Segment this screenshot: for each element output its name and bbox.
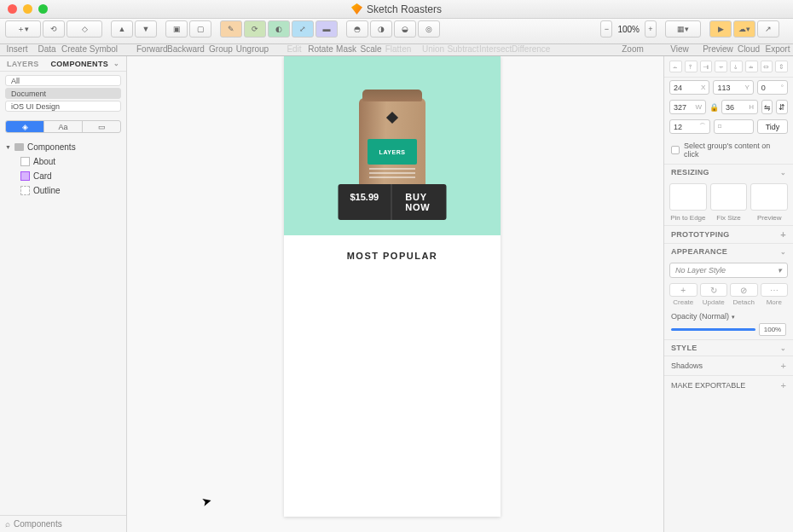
style-update-button[interactable]: ↻ [700, 283, 728, 297]
mask-button[interactable]: ◐ [268, 20, 290, 38]
align-top-icon[interactable]: ⫟ [715, 61, 727, 72]
style-section[interactable]: STYLE⌄ [664, 339, 793, 356]
export-button[interactable]: ↗ [757, 20, 779, 38]
preview-button[interactable]: ▶ [709, 20, 732, 38]
price-label: $15.99 [339, 184, 392, 220]
zoom-in-button[interactable]: + [645, 20, 657, 38]
tree-item-card[interactable]: Card [0, 169, 126, 183]
component-type-segment[interactable]: ◈ Aa ▭ [5, 120, 121, 133]
close-window-icon[interactable] [8, 4, 17, 14]
width-field[interactable]: 327W [669, 100, 706, 114]
align-left-icon[interactable]: ⫠ [669, 61, 682, 72]
section-title: MOST POPULAR [284, 251, 501, 261]
resizing-section[interactable]: RESIZING⌄ [664, 164, 793, 180]
view-button[interactable]: ▦▾ [665, 20, 701, 38]
artboard[interactable]: LAYERS $15.99 BUY NOW MOST POPULAR [284, 56, 501, 517]
style-create-button[interactable]: + [669, 283, 697, 297]
edit-button[interactable]: ✎ [220, 20, 242, 38]
checkbox-icon[interactable] [671, 146, 680, 154]
align-vcenter-icon[interactable]: ⫰ [730, 61, 743, 72]
zoom-window-icon[interactable] [38, 4, 48, 14]
cursor-icon: ➤ [200, 494, 214, 510]
make-exportable-row[interactable]: MAKE EXPORTABLE+ [664, 375, 793, 395]
tree-group-components[interactable]: ▼ Components [0, 140, 126, 154]
align-right-icon[interactable]: ⫣ [700, 61, 713, 72]
subtract-button[interactable]: ◑ [370, 20, 392, 38]
zoom-out-button[interactable]: − [600, 20, 612, 38]
chevron-down-icon[interactable]: ⌄ [113, 60, 119, 67]
tab-components[interactable]: COMPONENTS [50, 60, 108, 68]
flip-v-icon[interactable]: ⇵ [776, 100, 788, 114]
x-field[interactable]: 24X [669, 80, 709, 95]
coffee-bag: LAYERS [359, 98, 425, 194]
align-hcenter-icon[interactable]: ⫯ [685, 61, 697, 72]
buy-bar: $15.99 BUY NOW [339, 184, 447, 220]
fix-size-control[interactable] [710, 183, 748, 211]
style-more-button[interactable]: ⋯ [761, 283, 789, 297]
rotate-button[interactable]: ⟳ [244, 20, 266, 38]
style-detach-button[interactable]: ⊘ [730, 283, 758, 297]
scale-button[interactable]: ⤢ [292, 20, 314, 38]
tree-item-about[interactable]: About [0, 154, 126, 169]
align-bottom-icon[interactable]: ⫨ [745, 61, 758, 72]
tidy-button[interactable]: Tidy [757, 119, 788, 134]
tab-layers[interactable]: LAYERS [7, 60, 38, 68]
flatten-button[interactable]: ▬ [315, 20, 338, 38]
pin-to-edge-control[interactable] [669, 183, 707, 211]
angle-field[interactable]: 0° [757, 80, 788, 95]
toolbar: ＋▾ ⟲ ◇ ▲ ▼ ▣ ▢ ✎ ⟳ ◐ ⤢ ▬ ◓ ◑ ◒ ◎ − 100% … [0, 19, 793, 44]
symbol-icon [20, 171, 30, 181]
data-button[interactable]: ⟲ [43, 20, 65, 38]
outline-icon [20, 186, 30, 195]
window-title: Sketch Roasters [351, 3, 442, 15]
forward-button[interactable]: ▲ [111, 20, 133, 38]
distribute-v-icon[interactable]: ⇕ [775, 61, 788, 72]
opacity-slider[interactable] [671, 328, 755, 331]
backward-button[interactable]: ▼ [135, 20, 157, 38]
create-symbol-button[interactable]: ◇ [67, 20, 102, 38]
search-icon: ⌕ [5, 519, 10, 529]
prototyping-section[interactable]: PROTOTYPING+ [664, 225, 793, 243]
tree-item-outline[interactable]: Outline [0, 183, 126, 198]
radius-field[interactable]: 12⌒ [669, 119, 710, 134]
cloud-button[interactable]: ☁▾ [733, 20, 755, 38]
seg-text-styles[interactable]: Aa [44, 121, 83, 132]
insert-button[interactable]: ＋▾ [5, 20, 41, 38]
intersect-button[interactable]: ◒ [394, 20, 416, 38]
union-button[interactable]: ◓ [346, 20, 368, 38]
difference-button[interactable]: ◎ [418, 20, 440, 38]
folder-icon [14, 143, 24, 151]
flip-h-icon[interactable]: ⇋ [761, 100, 773, 114]
layer-style-select[interactable]: No Layer Style▾ [669, 263, 788, 278]
left-sidebar: LAYERS COMPONENTS ⌄ All Document iOS UI … [0, 56, 127, 532]
minimize-window-icon[interactable] [23, 4, 32, 14]
sidebar-search[interactable]: ⌕ Components [0, 515, 126, 532]
sidebar-tabs: LAYERS COMPONENTS ⌄ [0, 56, 126, 72]
appearance-section[interactable]: APPEARANCE⌄ [664, 243, 793, 259]
lock-aspect-icon[interactable]: 🔒 [709, 103, 718, 112]
disclosure-triangle-icon[interactable]: ▼ [5, 144, 11, 150]
seg-symbols[interactable]: ◈ [6, 121, 44, 132]
ungroup-button[interactable]: ▢ [189, 20, 211, 38]
opacity-value[interactable]: 100% [759, 323, 786, 336]
filter-all[interactable]: All [5, 75, 121, 86]
radius-each-field[interactable]: ⌑ [714, 119, 755, 134]
bag-text-lines [369, 168, 415, 181]
alignment-controls[interactable]: ⫠ ⫯ ⫣ ⫟ ⫰ ⫨ ⇔ ⇕ [664, 56, 793, 78]
distribute-h-icon[interactable]: ⇔ [761, 61, 773, 72]
zoom-level[interactable]: 100% [614, 25, 643, 34]
layer-icon [20, 157, 30, 166]
traffic-lights[interactable] [8, 4, 48, 14]
canvas[interactable]: LAYERS $15.99 BUY NOW MOST POPULAR ➤ [127, 56, 663, 532]
filter-ios[interactable]: iOS UI Design [5, 101, 121, 112]
group-button[interactable]: ▣ [165, 20, 188, 38]
filter-document[interactable]: Document [5, 88, 121, 99]
y-field[interactable]: 113Y [713, 80, 753, 95]
shadows-row[interactable]: Shadows+ [664, 356, 793, 375]
layer-tree: ▼ Components About Card Outline [0, 136, 126, 201]
seg-layer-styles[interactable]: ▭ [83, 121, 120, 132]
height-field[interactable]: 36H [721, 100, 758, 114]
buy-now-button[interactable]: BUY NOW [391, 184, 446, 220]
select-content-checkbox[interactable]: Select group's content on click [664, 136, 793, 164]
opacity-control[interactable]: Opacity (Normal) ▾ 100% [664, 309, 793, 339]
